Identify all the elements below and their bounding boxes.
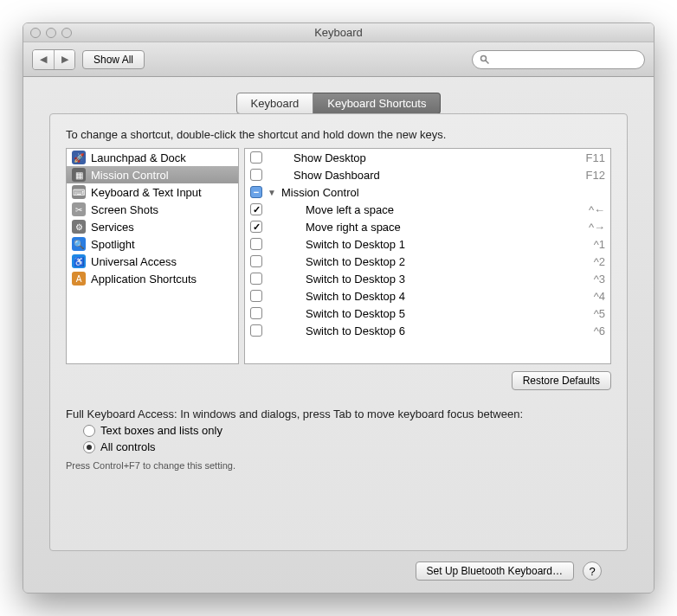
shortcut-row[interactable]: Move left a space^← <box>245 201 610 218</box>
category-list[interactable]: 🚀Launchpad & Dock▦Mission Control⌨Keyboa… <box>66 148 239 364</box>
category-label: Services <box>91 221 134 234</box>
shortcut-label: Move left a space <box>281 203 564 216</box>
shortcut-list[interactable]: Show DesktopF11Show DashboardF12▼Mission… <box>244 148 611 364</box>
shortcut-label: Show Desktop <box>281 151 564 164</box>
category-label: Keyboard & Text Input <box>91 186 202 199</box>
shortcut-label: Switch to Desktop 1 <box>281 238 564 251</box>
radio-textboxes[interactable] <box>83 425 95 437</box>
show-all-button[interactable]: Show All <box>82 50 145 69</box>
titlebar: Keyboard <box>23 23 654 42</box>
svg-point-0 <box>481 55 487 61</box>
window-title: Keyboard <box>23 26 654 39</box>
category-label: Spotlight <box>91 238 135 251</box>
disclosure-icon[interactable]: ▼ <box>268 188 276 197</box>
category-label: Universal Access <box>91 255 177 268</box>
svg-line-1 <box>486 60 489 63</box>
radio-allcontrols-label: All controls <box>100 440 156 453</box>
category-row[interactable]: ♿Universal Access <box>67 253 238 270</box>
category-icon: ▦ <box>72 168 86 182</box>
shortcut-keys[interactable]: ^5 <box>569 307 605 320</box>
forward-button[interactable]: ▶ <box>54 50 74 69</box>
shortcut-keys[interactable]: F12 <box>569 169 605 182</box>
shortcut-row[interactable]: Switch to Desktop 5^5 <box>245 305 610 322</box>
shortcut-label: Switch to Desktop 5 <box>281 307 564 320</box>
toolbar: ◀ ▶ Show All <box>23 42 654 77</box>
category-row[interactable]: ✂Screen Shots <box>67 201 238 218</box>
help-button[interactable]: ? <box>583 561 602 581</box>
search-field[interactable] <box>472 50 645 69</box>
category-icon: ✂ <box>72 202 86 216</box>
shortcut-checkbox[interactable] <box>250 238 262 250</box>
shortcut-keys[interactable]: F11 <box>569 151 605 164</box>
shortcut-keys[interactable]: ^3 <box>569 273 605 286</box>
tab-keyboard[interactable]: Keyboard <box>236 93 314 114</box>
shortcut-row[interactable]: ▼Mission Control <box>245 183 610 201</box>
shortcut-checkbox[interactable] <box>250 169 262 181</box>
shortcut-checkbox[interactable] <box>250 290 262 302</box>
search-input[interactable] <box>493 54 637 66</box>
shortcut-label: Show Dashboard <box>281 169 564 182</box>
content: KeyboardKeyboard Shortcuts To change a s… <box>23 77 654 593</box>
shortcut-keys[interactable]: ^6 <box>569 324 605 337</box>
shortcut-keys[interactable]: ^← <box>569 203 605 216</box>
shortcut-row[interactable]: Switch to Desktop 3^3 <box>245 270 610 287</box>
category-row[interactable]: 🔍Spotlight <box>67 235 238 253</box>
back-button[interactable]: ◀ <box>33 50 54 69</box>
shortcut-checkbox[interactable] <box>250 221 262 233</box>
panel: To change a shortcut, double-click the s… <box>49 113 628 551</box>
shortcut-checkbox[interactable] <box>250 203 262 215</box>
shortcut-keys[interactable]: ^4 <box>569 290 605 303</box>
category-row[interactable]: ⌨Keyboard & Text Input <box>67 183 238 201</box>
category-label: Screen Shots <box>91 203 158 216</box>
bottom-bar: Set Up Bluetooth Keyboard… ? <box>49 551 628 581</box>
forward-icon: ▶ <box>61 54 68 65</box>
shortcut-keys[interactable]: ^1 <box>569 238 605 251</box>
shortcut-label: Mission Control <box>281 186 564 199</box>
nav-segment: ◀ ▶ <box>32 49 75 70</box>
radio-textboxes-label: Text boxes and lists only <box>100 424 222 437</box>
shortcut-checkbox[interactable] <box>250 255 262 267</box>
category-icon: ♿ <box>72 254 86 268</box>
shortcut-row[interactable]: Switch to Desktop 4^4 <box>245 287 610 305</box>
shortcut-checkbox[interactable] <box>250 186 262 198</box>
category-row[interactable]: ▦Mission Control <box>67 166 238 183</box>
lists: 🚀Launchpad & Dock▦Mission Control⌨Keyboa… <box>66 148 611 364</box>
category-icon: 🚀 <box>72 151 86 164</box>
shortcut-row[interactable]: Show DashboardF12 <box>245 166 610 183</box>
fka-radio-2[interactable]: All controls <box>83 440 611 453</box>
shortcut-keys[interactable]: ^2 <box>569 255 605 268</box>
tab-keyboard-shortcuts[interactable]: Keyboard Shortcuts <box>313 93 441 114</box>
shortcut-label: Switch to Desktop 3 <box>281 273 564 286</box>
category-row[interactable]: ⚙Services <box>67 218 238 235</box>
shortcut-row[interactable]: Show DesktopF11 <box>245 149 610 166</box>
shortcut-checkbox[interactable] <box>250 324 262 337</box>
shortcut-label: Switch to Desktop 6 <box>281 324 564 337</box>
instruction-text: To change a shortcut, double-click the s… <box>66 128 611 141</box>
category-icon: ⌨ <box>72 185 86 199</box>
category-icon: A <box>72 272 86 286</box>
shortcut-row[interactable]: Switch to Desktop 2^2 <box>245 253 610 270</box>
fka-hint: Press Control+F7 to change this setting. <box>66 460 611 471</box>
category-icon: ⚙ <box>72 220 86 234</box>
category-row[interactable]: 🚀Launchpad & Dock <box>67 149 238 166</box>
shortcut-row[interactable]: Move right a space^→ <box>245 218 610 235</box>
shortcut-row[interactable]: Switch to Desktop 1^1 <box>245 235 610 253</box>
shortcut-checkbox[interactable] <box>250 307 262 319</box>
shortcut-row[interactable]: Switch to Desktop 6^6 <box>245 322 610 339</box>
bluetooth-keyboard-button[interactable]: Set Up Bluetooth Keyboard… <box>416 561 574 581</box>
shortcut-checkbox[interactable] <box>250 273 262 285</box>
shortcut-label: Move right a space <box>281 221 564 234</box>
fka-label: Full Keyboard Access: In windows and dia… <box>66 407 611 420</box>
restore-defaults-button[interactable]: Restore Defaults <box>512 371 611 390</box>
category-label: Mission Control <box>91 169 169 182</box>
shortcut-label: Switch to Desktop 4 <box>281 290 564 303</box>
tabs: KeyboardKeyboard Shortcuts <box>49 93 628 114</box>
shortcut-checkbox[interactable] <box>250 151 262 164</box>
category-icon: 🔍 <box>72 237 86 251</box>
shortcut-keys[interactable]: ^→ <box>569 221 605 234</box>
shortcut-label: Switch to Desktop 2 <box>281 255 564 268</box>
search-icon <box>480 55 490 65</box>
category-row[interactable]: AApplication Shortcuts <box>67 270 238 287</box>
radio-allcontrols[interactable] <box>83 441 95 453</box>
fka-radio-1[interactable]: Text boxes and lists only <box>83 424 611 437</box>
